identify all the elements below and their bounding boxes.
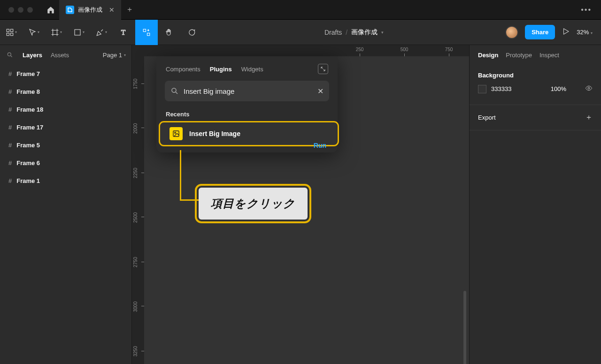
- tab-widgets[interactable]: Widgets: [241, 66, 263, 73]
- color-swatch[interactable]: [478, 85, 486, 93]
- frame-icon: #: [8, 88, 12, 95]
- titlebar: 画像作成 ✕ ＋ •••: [0, 0, 601, 20]
- background-header: Background: [478, 72, 593, 79]
- recents-header: Recents: [156, 108, 338, 122]
- svg-text:T: T: [121, 29, 125, 36]
- home-icon[interactable]: [42, 6, 59, 14]
- run-button[interactable]: Run: [314, 142, 326, 149]
- layer-row[interactable]: #Frame 7: [0, 65, 131, 83]
- pen-tool[interactable]: ▾: [90, 20, 113, 45]
- canvas-surface[interactable]: Components Plugins Widgets ✕ Recents: [144, 56, 469, 364]
- frame-icon: #: [8, 70, 12, 77]
- annotation-callout: 項目をクリック: [199, 188, 308, 220]
- eye-icon[interactable]: [585, 84, 593, 93]
- traffic-min[interactable]: [18, 7, 23, 13]
- hand-tool[interactable]: [158, 20, 180, 45]
- close-icon[interactable]: ✕: [109, 6, 115, 14]
- tab-plugins[interactable]: Plugins: [210, 66, 232, 73]
- layer-row[interactable]: #Frame 8: [0, 83, 131, 100]
- more-icon[interactable]: •••: [581, 6, 592, 14]
- expand-icon[interactable]: [318, 64, 328, 74]
- layer-row[interactable]: #Frame 17: [0, 118, 131, 136]
- layer-row[interactable]: #Frame 18: [0, 100, 131, 118]
- export-section[interactable]: Export ＋: [470, 105, 601, 130]
- text-tool[interactable]: T: [113, 20, 135, 45]
- layer-row[interactable]: #Frame 1: [0, 172, 131, 190]
- tab-components[interactable]: Components: [166, 66, 200, 73]
- zoom-level[interactable]: 32% ▾: [577, 29, 593, 36]
- avatar[interactable]: [505, 26, 518, 39]
- ruler-horizontal: 250 500 750: [132, 45, 469, 56]
- frame-icon: #: [8, 159, 12, 167]
- present-button[interactable]: [562, 27, 570, 37]
- resources-popover: Components Plugins Widgets ✕ Recents: [156, 56, 338, 152]
- tab-assets[interactable]: Assets: [51, 52, 69, 59]
- frame-icon: #: [8, 142, 12, 149]
- pages-dropdown[interactable]: Page 1 ▾: [103, 52, 126, 59]
- svg-rect-0: [7, 29, 9, 31]
- frame-icon: #: [8, 106, 12, 113]
- share-button[interactable]: Share: [525, 25, 555, 39]
- svg-point-10: [172, 88, 176, 92]
- new-tab-button[interactable]: ＋: [121, 5, 138, 15]
- svg-rect-3: [11, 33, 13, 35]
- ruler-vertical: 1750 2000 2250 2500 2750 3000 3250: [132, 56, 144, 364]
- svg-point-12: [175, 132, 176, 134]
- frame-tool[interactable]: ▾: [45, 20, 68, 45]
- annotation-line: [180, 150, 181, 201]
- plugin-search-input[interactable]: [184, 87, 313, 95]
- svg-rect-11: [173, 131, 179, 136]
- color-hex[interactable]: 333333: [491, 85, 511, 92]
- tab-inspect[interactable]: Inspect: [539, 52, 559, 59]
- traffic-max[interactable]: [27, 7, 33, 13]
- opacity-value[interactable]: 100%: [551, 85, 566, 92]
- svg-rect-4: [75, 30, 80, 35]
- tab-layers[interactable]: Layers: [23, 52, 42, 59]
- plus-icon[interactable]: ＋: [585, 113, 593, 122]
- breadcrumb[interactable]: Drafts / 画像作成 ▾: [203, 28, 505, 37]
- move-tool[interactable]: ▾: [23, 20, 45, 45]
- plugin-row[interactable]: Insert Big Image: [160, 122, 338, 145]
- toolbar: ▾ ▾ ▾ ▾ ▾ T Drafts / 画像作成 ▾ Share 32% ▾: [0, 20, 601, 45]
- background-section: Background 333333 100%: [470, 65, 601, 100]
- design-panel: Design Prototype Inspect Background 3333…: [469, 45, 601, 364]
- clear-icon[interactable]: ✕: [317, 87, 324, 96]
- window-controls: [8, 7, 33, 13]
- canvas[interactable]: 250 500 750 1750 2000 2250 2500 2750 300…: [132, 45, 469, 364]
- search-icon: [170, 87, 179, 95]
- tab-design[interactable]: Design: [478, 52, 498, 59]
- svg-rect-7: [147, 33, 150, 35]
- frame-icon: #: [8, 177, 12, 184]
- traffic-close[interactable]: [8, 7, 14, 13]
- svg-rect-1: [11, 29, 13, 31]
- svg-rect-2: [7, 33, 9, 35]
- layers-list: #Frame 7 #Frame 8 #Frame 18 #Frame 17 #F…: [0, 65, 131, 190]
- export-label: Export: [478, 114, 496, 121]
- svg-rect-6: [143, 29, 146, 31]
- chevron-down-icon: ▾: [381, 30, 384, 35]
- page-title: 画像作成: [351, 28, 378, 37]
- scrollbar[interactable]: [463, 291, 466, 364]
- image-icon: [170, 127, 183, 140]
- shape-tool[interactable]: ▾: [68, 20, 90, 45]
- file-icon: [66, 6, 74, 14]
- comment-tool[interactable]: [180, 20, 203, 45]
- svg-point-9: [8, 53, 11, 56]
- main-menu-button[interactable]: ▾: [0, 20, 23, 45]
- breadcrumb-root: Drafts: [324, 29, 342, 36]
- svg-point-13: [588, 87, 590, 89]
- resources-tool[interactable]: [135, 20, 158, 45]
- layer-row[interactable]: #Frame 6: [0, 154, 131, 172]
- search-icon[interactable]: [6, 51, 14, 59]
- tab-label: 画像作成: [78, 6, 102, 14]
- layers-panel: Layers Assets Page 1 ▾ #Frame 7 #Frame 8…: [0, 45, 132, 364]
- frame-icon: #: [8, 124, 12, 131]
- tab-current[interactable]: 画像作成 ✕: [59, 0, 121, 20]
- tab-prototype[interactable]: Prototype: [506, 52, 532, 59]
- plugin-search-box[interactable]: ✕: [165, 81, 329, 101]
- plugin-name: Insert Big Image: [189, 130, 328, 137]
- layer-row[interactable]: #Frame 5: [0, 136, 131, 154]
